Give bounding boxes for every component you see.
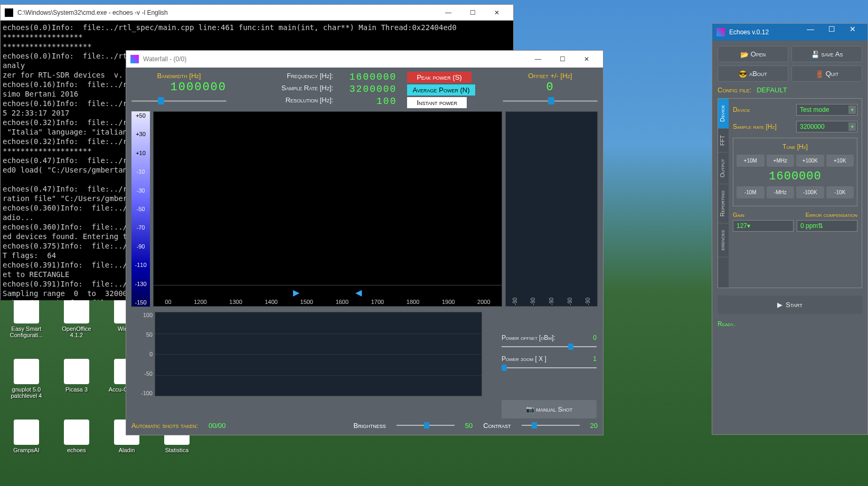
tune-box: Tune [Hz] +10M +MHz +100K +10K 1600000 -…	[733, 138, 857, 206]
brightness-slider[interactable]	[397, 421, 455, 430]
stepper-icon: ⇅	[818, 222, 823, 230]
echoes-title: Echoes v.0.12	[729, 28, 800, 36]
cmd-title: C:\Windows\System32\cmd.exe - echoes -v …	[17, 9, 436, 16]
tab-fft[interactable]: FFT	[718, 129, 729, 153]
marker-right-icon[interactable]: ◀	[355, 288, 362, 298]
frequency-axis: ▶ ◀ 0012001300 140015001600 170018001900…	[154, 285, 502, 306]
samplerate-label: Sample rate [Hz]	[733, 123, 796, 130]
tune-label: Tune [Hz]	[779, 143, 811, 150]
device-label: Device	[733, 106, 796, 113]
brightness-label: Brightness	[353, 422, 385, 430]
tab-preferences[interactable]: erences	[718, 224, 729, 258]
desktop-icon[interactable]: gnuplot 5.0 patchlevel 4	[5, 359, 48, 399]
tab-device[interactable]: Device	[718, 99, 729, 129]
bandwidth-control: Bandwidth [Hz] 1000000	[131, 72, 227, 106]
contrast-label: Contrast	[483, 422, 511, 430]
settings-tabs: Device FFT Output Reporting erences	[718, 99, 729, 288]
close-button[interactable]: ✕	[842, 25, 863, 40]
tune-minus-10k[interactable]: -10K	[826, 186, 854, 198]
play-icon: ▶	[777, 301, 782, 309]
power-yaxis: 10050 0-50 -100	[131, 312, 155, 396]
minimize-button[interactable]: —	[526, 52, 550, 66]
tune-plus-10k[interactable]: +10K	[826, 155, 854, 167]
average-power-button[interactable]: Average Power (N)	[407, 84, 475, 96]
waterfall-icon	[130, 55, 139, 63]
quit-button[interactable]: 🚪Quit	[791, 65, 862, 82]
gain-label: Gain	[733, 212, 744, 218]
tune-minus-10m[interactable]: -10M	[737, 186, 765, 198]
offset-value: 0	[503, 81, 598, 94]
tune-plus-100k[interactable]: +100K	[796, 155, 824, 167]
about-button[interactable]: 😎aBout	[718, 65, 788, 82]
brightness-value: 50	[465, 422, 473, 430]
contrast-slider[interactable]	[522, 421, 580, 430]
camera-icon: 📷	[526, 405, 534, 413]
maximize-button[interactable]: ☐	[460, 5, 485, 20]
waterfall-window: Waterfall - (0/0) — ☐ ✕ Bandwidth [Hz] 1…	[126, 50, 603, 435]
auto-shots-value: 00/00	[209, 422, 226, 430]
maximize-button[interactable]: ☐	[821, 25, 842, 40]
exit-icon: 🚪	[815, 70, 823, 78]
offset-slider[interactable]	[503, 96, 598, 106]
cmd-titlebar[interactable]: C:\Windows\System32\cmd.exe - echoes -v …	[1, 5, 513, 21]
tab-reporting[interactable]: Reporting	[718, 184, 729, 224]
resolution-label: Resolution [Hz]:	[254, 96, 333, 107]
tune-minus-100k[interactable]: -100K	[796, 186, 824, 198]
tune-value: 1600000	[737, 170, 854, 183]
open-button[interactable]: 📂Open	[718, 46, 788, 62]
waterfall-title: Waterfall - (0/0)	[143, 55, 526, 63]
desktop-icon[interactable]: OpenOffice 4.1.2	[55, 298, 98, 338]
samplerate-select[interactable]: 3200000▾	[796, 121, 857, 132]
samplerate-value: 3200000	[344, 84, 397, 94]
close-button[interactable]: ✕	[574, 52, 599, 66]
power-chart[interactable]	[155, 312, 482, 396]
minimize-button[interactable]: —	[436, 5, 460, 20]
close-button[interactable]: ✕	[485, 5, 509, 20]
manual-shot-button[interactable]: 📷 manual Shot	[502, 400, 597, 418]
contrast-value: 20	[590, 422, 598, 430]
power-offset-slider[interactable]	[502, 342, 597, 351]
frequency-label: Frequency [Hz]:	[254, 72, 333, 82]
peak-power-button[interactable]: Peak power (S)	[407, 72, 471, 83]
bandwidth-value: 1000000	[131, 81, 227, 94]
save-icon: 💾	[811, 51, 818, 58]
folder-icon: 📂	[740, 51, 748, 58]
desktop-icon[interactable]: Picasa 3	[55, 359, 98, 399]
config-file-label: Config file:	[718, 86, 751, 94]
errcomp-input[interactable]: 0 ppm⇅	[797, 220, 857, 232]
desktop-icon[interactable]: GrampsAI	[5, 420, 48, 453]
chevron-down-icon: ▾	[848, 106, 856, 114]
errcomp-label: Error compensation	[806, 212, 857, 218]
waterfall-titlebar[interactable]: Waterfall - (0/0) — ☐ ✕	[126, 51, 603, 68]
desktop-icon[interactable]: echoes	[55, 420, 98, 453]
maximize-button[interactable]: ☐	[550, 52, 574, 66]
auto-shots-label: Automatic shots taken:	[131, 422, 198, 430]
db-scale: +50+30+10 -10-30-50 -70-90-110 -130-150	[131, 111, 150, 307]
bandwidth-slider[interactable]	[131, 96, 227, 106]
cmd-icon	[5, 8, 13, 17]
power-zoom-value: 1	[593, 355, 597, 363]
spectrum-display[interactable]: ▶ ◀ 0012001300 140015001600 170018001900…	[153, 111, 502, 307]
echoes-titlebar[interactable]: Echoes v.0.12 — ☐ ✕	[712, 24, 867, 41]
minimize-button[interactable]: —	[800, 25, 821, 40]
echoes-window: Echoes v.0.12 — ☐ ✕ 📂Open 💾save As 😎aBou…	[712, 23, 868, 435]
saveas-button[interactable]: 💾save As	[791, 46, 862, 62]
tab-output[interactable]: Output	[718, 153, 729, 184]
echoes-icon	[716, 28, 725, 36]
frequency-value: 1600000	[344, 72, 397, 82]
device-select[interactable]: Test mode▾	[796, 104, 857, 116]
gain-input[interactable]: 127▾	[733, 220, 794, 232]
samplerate-label: Sample Rate [Hz]:	[254, 84, 333, 94]
start-button[interactable]: ▶ Start	[718, 296, 862, 314]
tune-minus-mhz[interactable]: -MHz	[767, 186, 795, 198]
tune-plus-10m[interactable]: +10M	[737, 155, 765, 167]
offset-label: Offset +/- [Hz]	[503, 72, 598, 80]
marker-left-icon[interactable]: ▶	[293, 288, 299, 298]
tune-plus-mhz[interactable]: +MHz	[767, 155, 795, 167]
power-zoom-slider[interactable]	[502, 364, 597, 372]
power-zoom-label: Power zoom [ X ]	[502, 355, 570, 363]
offset-control: Offset +/- [Hz] 0	[503, 72, 598, 106]
instant-power-button[interactable]: Instant power	[407, 97, 467, 108]
desktop-icon[interactable]: Easy Smart Configurati...	[5, 298, 48, 338]
chevron-down-icon: ▾	[848, 122, 856, 131]
